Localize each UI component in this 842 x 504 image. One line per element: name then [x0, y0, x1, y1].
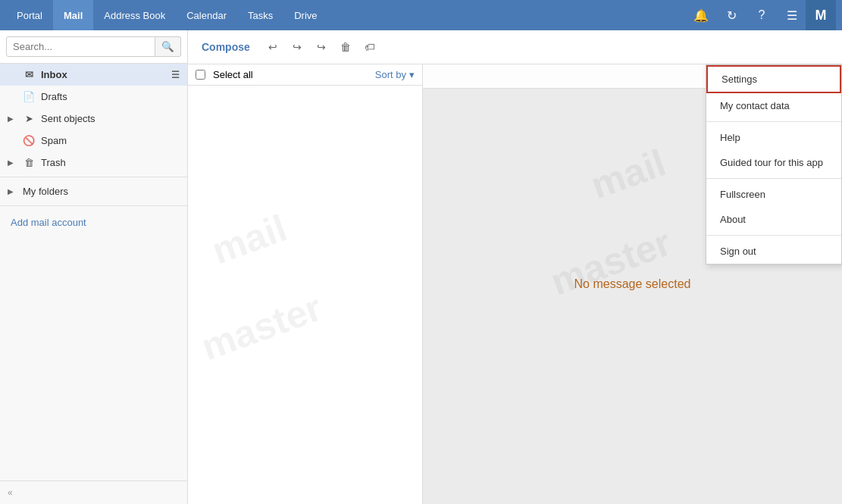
search-input[interactable] [6, 36, 155, 57]
split-content: Select all Sort by ▾ mail master mail m [188, 64, 842, 504]
select-all-checkbox[interactable] [196, 70, 205, 80]
select-all-label: Select all [213, 69, 253, 80]
sidebar-item-drafts[interactable]: 📄 Drafts [0, 86, 187, 108]
compose-bar-icons: ↩ ↪ ↪ 🗑 🏷 [262, 36, 380, 58]
hamburger-icon[interactable]: ☰ [171, 70, 180, 80]
refresh-icon[interactable]: ↻ [718, 2, 745, 29]
expand-arrow-sent: ▶ [8, 114, 17, 123]
compose-bar: Compose ↩ ↪ ↪ 🗑 🏷 [188, 30, 842, 64]
myfolders-label: My folders [23, 186, 180, 197]
nav-portal[interactable]: Portal [6, 0, 53, 30]
sidebar-item-spam[interactable]: 🚫 Spam [0, 130, 187, 152]
main-layout: 🔍 ✉ Inbox ☰ 📄 Drafts ▶ ➤ Sent objects [0, 30, 842, 504]
spam-icon: 🚫 [23, 135, 35, 146]
watermark-mail: mail [206, 206, 293, 274]
dropdown-guided-tour[interactable]: Guided tour for this app [706, 150, 841, 175]
sidebar-item-myfolders[interactable]: ▶ My folders [0, 180, 187, 202]
dropdown-settings[interactable]: Settings [706, 65, 841, 93]
flag-icon[interactable]: 🏷 [359, 36, 380, 58]
no-message-label: No message selected [574, 277, 691, 290]
spam-label: Spam [41, 135, 180, 146]
drafts-label: Drafts [41, 91, 180, 102]
sort-label: Sort by [375, 69, 406, 80]
delete-icon[interactable]: 🗑 [335, 36, 356, 58]
nav-separator-1 [0, 177, 187, 177]
sort-chevron-icon: ▾ [409, 69, 415, 80]
top-navbar: Portal Mail Address Book Calendar Tasks … [0, 0, 842, 30]
expand-arrow-myfolders: ▶ [8, 187, 17, 196]
sidebar: 🔍 ✉ Inbox ☰ 📄 Drafts ▶ ➤ Sent objects [0, 30, 188, 504]
nav-separator-2 [0, 205, 187, 206]
dropdown-fullscreen[interactable]: Fullscreen [706, 182, 841, 207]
message-list-panel: Select all Sort by ▾ mail master [188, 64, 423, 504]
dropdown-help[interactable]: Help [706, 125, 841, 150]
sent-label: Sent objects [41, 113, 180, 124]
search-bar: 🔍 [0, 30, 187, 64]
expand-arrow-trash: ▶ [8, 158, 17, 167]
inbox-icon: ✉ [23, 69, 35, 80]
drafts-icon: 📄 [23, 91, 35, 102]
dropdown-sep-1 [706, 121, 841, 122]
nav-calendar[interactable]: Calendar [176, 0, 237, 30]
search-button[interactable]: 🔍 [155, 36, 181, 57]
sidebar-collapse[interactable]: « [0, 481, 187, 504]
trash-label: Trash [41, 157, 180, 168]
help-icon[interactable]: ? [748, 2, 775, 29]
menu-icon[interactable]: ☰ [778, 2, 806, 29]
dropdown-signout[interactable]: Sign out [706, 239, 841, 264]
watermark-master-2: master [545, 221, 677, 305]
brand-logo[interactable]: M [806, 0, 836, 30]
sidebar-item-inbox[interactable]: ✉ Inbox ☰ [0, 64, 187, 86]
trash-icon: 🗑 [23, 157, 35, 168]
dropdown-sep-2 [706, 178, 841, 179]
content-area: Compose ↩ ↪ ↪ 🗑 🏷 Select all Sort by [188, 30, 842, 504]
nav-tasks[interactable]: Tasks [237, 0, 283, 30]
sort-button[interactable]: Sort by ▾ [375, 69, 415, 80]
nav-mail[interactable]: Mail [53, 0, 93, 30]
nav-icon-group: 🔔 ↻ ? ☰ [687, 2, 806, 29]
forward-icon[interactable]: ↪ [311, 36, 332, 58]
dropdown-my-contact[interactable]: My contact data [706, 93, 841, 118]
reply-all-icon[interactable]: ↪ [286, 36, 308, 58]
dropdown-sep-3 [706, 235, 841, 236]
no-message-container: No message selected [574, 277, 691, 291]
nav-drive[interactable]: Drive [283, 0, 327, 30]
dropdown-menu: Settings My contact data Help Guided tou… [706, 64, 842, 265]
sidebar-item-sent[interactable]: ▶ ➤ Sent objects [0, 108, 187, 130]
bell-icon[interactable]: 🔔 [687, 2, 715, 29]
nav-addressbook[interactable]: Address Book [93, 0, 176, 30]
message-list-header: Select all Sort by ▾ [188, 64, 422, 86]
sidebar-item-trash[interactable]: ▶ 🗑 Trash [0, 152, 187, 174]
sent-icon: ➤ [23, 113, 35, 124]
inbox-label: Inbox [41, 69, 165, 80]
watermark-master: master [196, 286, 327, 370]
sidebar-nav: ✉ Inbox ☰ 📄 Drafts ▶ ➤ Sent objects 🚫 Sp… [0, 64, 187, 481]
compose-button[interactable]: Compose [196, 38, 256, 56]
message-detail-panel: mail master No message selected View ▾ S… [423, 64, 842, 504]
reply-icon[interactable]: ↩ [262, 36, 283, 58]
watermark-mail-2: mail [585, 141, 671, 208]
add-mail-account[interactable]: Add mail account [0, 209, 187, 236]
dropdown-about[interactable]: About [706, 207, 841, 232]
